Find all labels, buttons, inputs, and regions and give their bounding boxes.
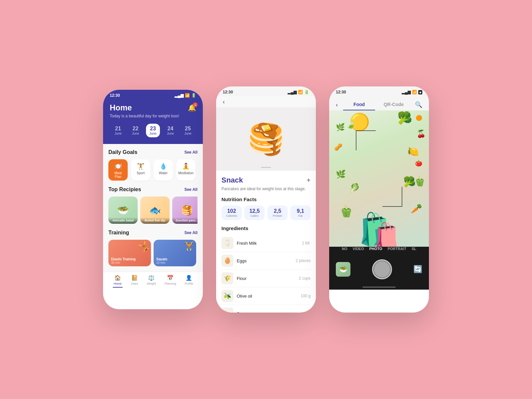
nutrition-row: 102 Calories 12,5 Cabro 2,5 Protein 9,1 … (221, 205, 311, 220)
camera-controls-area: NO VIDEO PHOTO PORTRAIT SL 🥗 🔄 (329, 247, 429, 290)
shutter-button[interactable] (372, 259, 392, 279)
milk-icon: 🥛 (221, 237, 233, 249)
carrot-emoji: 🥕 (411, 204, 422, 213)
goal-sport[interactable]: 🏋️ Sport (131, 159, 150, 181)
training-elastic-name: Elastic Training (111, 257, 148, 261)
time-camera: 12:30 (336, 90, 346, 94)
flour-icon: 🌾 (221, 272, 233, 284)
status-bar-home: 12:30 ▂▄▆ 📶 🔋 (103, 90, 203, 100)
signal-icon-snack: ▂▄▆ (288, 90, 297, 94)
training-elastic-content: Elastic Training 30 min (108, 255, 151, 266)
nav-home[interactable]: 🏠 Home (113, 275, 123, 288)
cam-mode-photo[interactable]: PHOTO (369, 247, 382, 251)
date-item[interactable]: 25 June (181, 124, 195, 137)
ingredient-sugar: 🍬 Sugar 100 g (221, 305, 311, 313)
profile-nav-icon: 👤 (186, 275, 192, 281)
milk-qty: 1 btl. (302, 241, 311, 245)
tab-food[interactable]: Food (343, 99, 375, 110)
oliveoil-name: Olive oil (237, 294, 297, 299)
eggs-icon: 🥚 (221, 255, 233, 267)
recipe-zucchini[interactable]: 🥞 Zucchini panc... (172, 197, 198, 224)
veggie-scene: 🟡 🥦 🌿 🍃 🟠 🥜 🍋 🍅 🍒 🌿 🥦 🥬 🫑 🫑 🥕 🛍️ (329, 110, 429, 247)
goal-meal-plan[interactable]: 🍽️ Meal Plan (108, 159, 128, 181)
diary-nav-label: Diary (131, 282, 138, 285)
training-elastic[interactable]: 🤸 Elastic Training 30 min (108, 240, 151, 266)
home-bar (362, 287, 396, 288)
protein-label: Protein (269, 214, 286, 217)
date-item[interactable]: 22 June (129, 124, 143, 137)
goal-meditation[interactable]: 🧘 Meditation (176, 159, 196, 181)
cam-mode-sl[interactable]: SL (412, 247, 416, 251)
back-button-camera[interactable]: ‹ (336, 101, 338, 108)
battery-icon: 🔋 (191, 93, 196, 98)
date-item[interactable]: 21 June (111, 124, 125, 137)
tab-qrcode[interactable]: QR-Code (378, 99, 410, 110)
camera-viewfinder: 🟡 🥦 🌿 🍃 🟠 🥜 🍋 🍅 🍒 🌿 🥦 🥬 🫑 🫑 🥕 🛍️ (329, 110, 429, 247)
gallery-thumbnail[interactable]: 🥗 (336, 262, 350, 277)
ingredient-milk: 🥛 Fresh Milk 1 btl. (221, 234, 311, 252)
nutrition-facts-title: Nutrition Facts (221, 197, 311, 202)
goals-row: 🍽️ Meal Plan 🏋️ Sport 💧 Water 🧘 Meditati… (108, 159, 198, 181)
nutrition-calories: 102 Calories (221, 205, 242, 220)
home-body: Daily Goals See All 🍽️ Meal Plan 🏋️ Spor… (103, 144, 203, 272)
snack-food-image: 🥞 (216, 107, 316, 171)
cam-mode-no[interactable]: NO (342, 247, 347, 251)
flour-qty: 2 cups (299, 276, 311, 281)
daily-goals-see-all[interactable]: See All (184, 150, 198, 155)
add-snack-button[interactable]: + (307, 177, 311, 184)
date-item[interactable]: 24 June (164, 124, 178, 137)
nav-diary[interactable]: 📔 Diary (131, 275, 138, 288)
snack-title: Snack (221, 176, 243, 185)
cabro-label: Cabro (246, 214, 263, 217)
water-icon: 💧 (160, 163, 167, 170)
tomato-emoji: 🍅 (415, 160, 422, 166)
training-see-all[interactable]: See All (184, 230, 198, 235)
profile-nav-label: Profile (185, 282, 194, 285)
camera-buttons-row: 🥗 🔄 (329, 255, 429, 285)
herbs-emoji: 🌿 (336, 124, 345, 131)
meal-plan-icon: 🍽️ (114, 163, 122, 170)
snack-nav-bar: ‹ (216, 96, 316, 107)
nav-profile[interactable]: 👤 Profile (185, 275, 194, 288)
back-button-snack[interactable]: ‹ (221, 97, 226, 106)
phone-home: 12:30 ▂▄▆ 📶 🔋 Home 🔔 1 Today is a beauti… (103, 90, 203, 309)
training-squats-icon: 🏋️ (183, 241, 195, 252)
notification-bell[interactable]: 🔔 1 (188, 104, 196, 112)
recipe-fish[interactable]: 🐟 Boiled fish dip (140, 197, 170, 224)
recipes-title: Top Recipies (108, 187, 141, 193)
cabro-value: 12,5 (246, 208, 263, 214)
goal-water[interactable]: 💧 Water (154, 159, 173, 181)
sugar-name: Sugar (237, 311, 297, 313)
training-header: Training See All (108, 230, 198, 236)
recipe-avocado[interactable]: 🥗 Avocado Salad (108, 197, 138, 224)
nav-planning[interactable]: 📅 Planning (165, 275, 176, 288)
home-title: Home (110, 103, 132, 112)
broccoli-emoji: 🥦 (397, 112, 412, 124)
wifi-icon: 📶 (185, 93, 190, 98)
planning-nav-icon: 📅 (167, 275, 174, 281)
daily-goals-header: Daily Goals See All (108, 149, 198, 155)
date-item-active[interactable]: 23 June (146, 124, 160, 137)
fat-value: 9,1 (292, 208, 309, 214)
training-elastic-icon: 🤸 (138, 241, 150, 252)
time-home: 12:30 (110, 93, 120, 98)
sport-icon: 🏋️ (137, 163, 144, 170)
training-squats[interactable]: 🏋️ Squats 15 min (154, 240, 196, 266)
weight-nav-label: Weight (147, 282, 156, 285)
cam-mode-video[interactable]: VIDEO (353, 247, 364, 251)
weight-nav-icon: ⚖️ (148, 275, 155, 281)
recipes-see-all[interactable]: See All (184, 187, 198, 192)
home-nav-label: Home (114, 282, 122, 285)
sugar-icon: 🍬 (221, 308, 233, 313)
training-squats-name: Squats (156, 257, 194, 261)
cam-mode-portrait[interactable]: PORTRAIT (388, 247, 406, 251)
eggs-qty: 2 pieces (296, 258, 311, 263)
flip-camera-icon[interactable]: 🔄 (413, 265, 422, 274)
ingredients-title: Ingredients (221, 225, 311, 231)
training-squats-content: Squats 15 min (154, 255, 196, 266)
phone-camera: 12:30 ▂▄▆ 📶 ■ ‹ Food QR-Code 🔍 🟡 🥦 🌿 🍃 🟠 (329, 86, 429, 313)
nav-weight[interactable]: ⚖️ Weight (147, 275, 156, 288)
oliveoil-qty: 100 g (301, 294, 311, 298)
search-icon-camera[interactable]: 🔍 (415, 101, 422, 108)
phones-container: 12:30 ▂▄▆ 📶 🔋 Home 🔔 1 Today is a beauti… (103, 86, 429, 313)
